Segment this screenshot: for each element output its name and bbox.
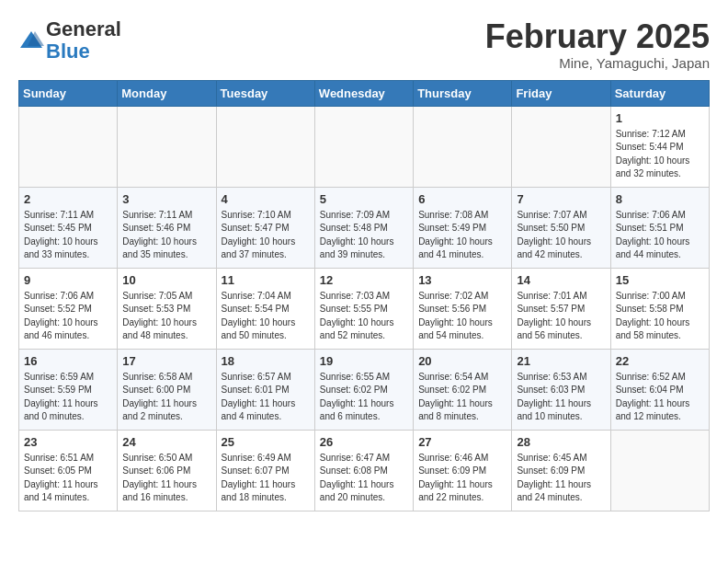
sunrise: Sunrise: 7:08 AM: [418, 210, 488, 220]
daylight: Daylight: 11 hours and 10 minutes.: [517, 398, 591, 422]
day-number: 27: [418, 435, 506, 449]
calendar-week-row: 2Sunrise: 7:11 AMSunset: 5:45 PMDaylight…: [19, 187, 710, 268]
page-header: General Blue February 2025 Mine, Yamaguc…: [18, 18, 710, 71]
day-info: Sunrise: 6:51 AMSunset: 6:05 PMDaylight:…: [24, 452, 112, 505]
day-number: 12: [320, 273, 408, 287]
sunset: Sunset: 5:51 PM: [616, 223, 684, 233]
sunrise: Sunrise: 7:11 AM: [122, 210, 192, 220]
sunrise: Sunrise: 6:54 AM: [418, 372, 488, 382]
day-number: 2: [24, 192, 112, 206]
calendar-cell: [512, 106, 610, 187]
sunrise: Sunrise: 6:58 AM: [122, 372, 192, 382]
sunrise: Sunrise: 7:06 AM: [616, 210, 686, 220]
day-info: Sunrise: 7:03 AMSunset: 5:55 PMDaylight:…: [320, 290, 408, 343]
daylight: Daylight: 10 hours and 52 minutes.: [320, 317, 394, 341]
day-info: Sunrise: 7:10 AMSunset: 5:47 PMDaylight:…: [222, 209, 310, 262]
calendar-cell: 6Sunrise: 7:08 AMSunset: 5:49 PMDaylight…: [414, 187, 512, 268]
calendar-cell: 20Sunrise: 6:54 AMSunset: 6:02 PMDayligh…: [414, 349, 512, 430]
day-number: 3: [122, 192, 210, 206]
sunset: Sunset: 5:50 PM: [517, 223, 585, 233]
sunset: Sunset: 5:47 PM: [222, 223, 290, 233]
day-info: Sunrise: 6:58 AMSunset: 6:00 PMDaylight:…: [122, 371, 210, 424]
day-number: 8: [616, 192, 704, 206]
calendar-cell: 11Sunrise: 7:04 AMSunset: 5:54 PMDayligh…: [216, 268, 314, 349]
calendar-header-monday: Monday: [118, 80, 216, 106]
daylight: Daylight: 10 hours and 39 minutes.: [320, 236, 394, 260]
calendar-cell: 14Sunrise: 7:01 AMSunset: 5:57 PMDayligh…: [512, 268, 610, 349]
sunset: Sunset: 5:55 PM: [320, 304, 388, 314]
calendar-cell: [610, 430, 709, 511]
calendar-header-row: SundayMondayTuesdayWednesdayThursdayFrid…: [19, 80, 710, 106]
day-number: 17: [122, 354, 210, 368]
day-info: Sunrise: 6:50 AMSunset: 6:06 PMDaylight:…: [122, 452, 210, 505]
calendar-cell: 16Sunrise: 6:59 AMSunset: 5:59 PMDayligh…: [19, 349, 118, 430]
sunrise: Sunrise: 6:47 AM: [320, 453, 390, 463]
sunset: Sunset: 6:00 PM: [122, 385, 190, 395]
calendar-header-friday: Friday: [512, 80, 610, 106]
day-number: 18: [222, 354, 310, 368]
day-number: 5: [320, 192, 408, 206]
sunrise: Sunrise: 7:03 AM: [320, 291, 390, 301]
day-info: Sunrise: 7:05 AMSunset: 5:53 PMDaylight:…: [122, 290, 210, 343]
day-number: 13: [418, 273, 506, 287]
sunrise: Sunrise: 7:01 AM: [517, 291, 586, 301]
calendar-cell: [314, 106, 413, 187]
daylight: Daylight: 10 hours and 33 minutes.: [24, 236, 98, 260]
sunrise: Sunrise: 7:10 AM: [222, 210, 291, 220]
day-info: Sunrise: 6:47 AMSunset: 6:08 PMDaylight:…: [320, 452, 408, 505]
calendar-header-sunday: Sunday: [19, 80, 118, 106]
day-number: 11: [222, 273, 310, 287]
day-info: Sunrise: 6:55 AMSunset: 6:02 PMDaylight:…: [320, 371, 408, 424]
sunset: Sunset: 5:54 PM: [222, 304, 290, 314]
sunset: Sunset: 5:46 PM: [122, 223, 190, 233]
day-info: Sunrise: 7:11 AMSunset: 5:45 PMDaylight:…: [24, 209, 112, 262]
daylight: Daylight: 10 hours and 41 minutes.: [418, 236, 493, 260]
daylight: Daylight: 10 hours and 46 minutes.: [24, 317, 98, 341]
logo-blue-text: Blue: [46, 40, 90, 63]
calendar-cell: 13Sunrise: 7:02 AMSunset: 5:56 PMDayligh…: [414, 268, 512, 349]
sunrise: Sunrise: 7:11 AM: [24, 210, 94, 220]
day-info: Sunrise: 6:59 AMSunset: 5:59 PMDaylight:…: [24, 371, 112, 424]
calendar-table: SundayMondayTuesdayWednesdayThursdayFrid…: [18, 80, 710, 511]
day-number: 10: [122, 273, 210, 287]
calendar-cell: 17Sunrise: 6:58 AMSunset: 6:00 PMDayligh…: [118, 349, 216, 430]
calendar-header-tuesday: Tuesday: [216, 80, 314, 106]
day-number: 14: [517, 273, 605, 287]
day-number: 7: [517, 192, 605, 206]
calendar-cell: 12Sunrise: 7:03 AMSunset: 5:55 PMDayligh…: [314, 268, 413, 349]
day-number: 4: [222, 192, 310, 206]
calendar-cell: 3Sunrise: 7:11 AMSunset: 5:46 PMDaylight…: [118, 187, 216, 268]
daylight: Daylight: 11 hours and 24 minutes.: [517, 479, 591, 503]
day-number: 23: [24, 435, 112, 449]
sunrise: Sunrise: 6:57 AM: [222, 372, 291, 382]
day-info: Sunrise: 6:54 AMSunset: 6:02 PMDaylight:…: [418, 371, 506, 424]
sunset: Sunset: 6:04 PM: [616, 385, 684, 395]
daylight: Daylight: 10 hours and 32 minutes.: [616, 155, 690, 179]
day-info: Sunrise: 7:11 AMSunset: 5:46 PMDaylight:…: [122, 209, 210, 262]
daylight: Daylight: 11 hours and 4 minutes.: [222, 398, 296, 422]
day-number: 26: [320, 435, 408, 449]
day-info: Sunrise: 7:06 AMSunset: 5:51 PMDaylight:…: [616, 209, 704, 262]
daylight: Daylight: 10 hours and 48 minutes.: [122, 317, 197, 341]
sunset: Sunset: 6:05 PM: [24, 465, 92, 476]
calendar-cell: 22Sunrise: 6:52 AMSunset: 6:04 PMDayligh…: [610, 349, 709, 430]
calendar-header-wednesday: Wednesday: [314, 80, 413, 106]
daylight: Daylight: 11 hours and 18 minutes.: [222, 479, 296, 503]
title-block: February 2025 Mine, Yamaguchi, Japan: [485, 18, 710, 71]
daylight: Daylight: 10 hours and 37 minutes.: [222, 236, 296, 260]
calendar-cell: 2Sunrise: 7:11 AMSunset: 5:45 PMDaylight…: [19, 187, 118, 268]
daylight: Daylight: 11 hours and 20 minutes.: [320, 479, 394, 503]
day-info: Sunrise: 6:49 AMSunset: 6:07 PMDaylight:…: [222, 452, 310, 505]
daylight: Daylight: 11 hours and 8 minutes.: [418, 398, 493, 422]
calendar-week-row: 16Sunrise: 6:59 AMSunset: 5:59 PMDayligh…: [19, 349, 710, 430]
daylight: Daylight: 10 hours and 50 minutes.: [222, 317, 296, 341]
sunrise: Sunrise: 7:02 AM: [418, 291, 488, 301]
day-number: 24: [122, 435, 210, 449]
calendar-cell: 26Sunrise: 6:47 AMSunset: 6:08 PMDayligh…: [314, 430, 413, 511]
day-number: 16: [24, 354, 112, 368]
calendar-header-saturday: Saturday: [610, 80, 709, 106]
daylight: Daylight: 11 hours and 14 minutes.: [24, 479, 98, 503]
sunset: Sunset: 5:48 PM: [320, 223, 388, 233]
calendar-cell: 24Sunrise: 6:50 AMSunset: 6:06 PMDayligh…: [118, 430, 216, 511]
calendar-cell: 1Sunrise: 7:12 AMSunset: 5:44 PMDaylight…: [610, 106, 709, 187]
